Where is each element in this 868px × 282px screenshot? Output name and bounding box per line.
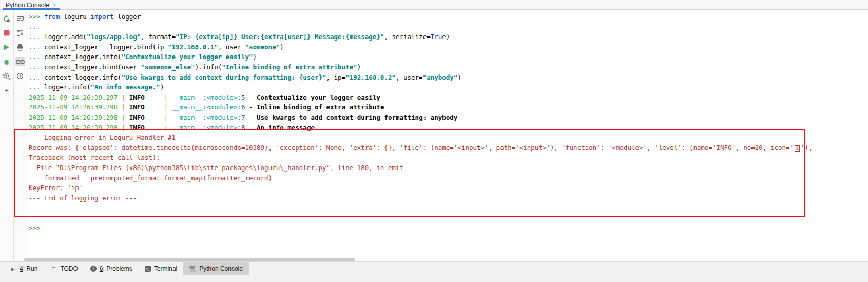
horizontal-scrollbar[interactable]	[24, 258, 355, 261]
console-line: 2025-11-09 14:26:39.298 | INFO | __main_…	[29, 102, 868, 112]
python-icon	[189, 266, 196, 272]
tool-window-button-problems[interactable]: !6: Problems	[84, 262, 139, 275]
tool-window-button-terminal[interactable]: >_Terminal	[139, 262, 183, 275]
console-line: --- End of logging error ---	[29, 193, 868, 203]
tool-window-button-python-console[interactable]: Python Console	[183, 262, 249, 275]
add-icon[interactable]: +	[2, 86, 12, 95]
console-line: ... logger.info("An info message.")	[29, 82, 868, 92]
console-line	[29, 213, 868, 223]
todo-icon: ≡	[50, 265, 57, 272]
tool-window-button-todo[interactable]: ≡TODO	[44, 262, 84, 275]
run-icon[interactable]	[2, 43, 12, 52]
pycharm-python-console-window: Python Console ×	[0, 0, 868, 282]
traceback-file-link[interactable]: D:\Program Files (x86)\python385\lib\sit…	[60, 164, 326, 172]
tab-python-console[interactable]: Python Console ×	[0, 0, 61, 10]
tool-window-buttons: ▶4: Run≡TODO!6: Problems>_TerminalPython…	[0, 262, 868, 275]
settings-icon[interactable]	[2, 71, 12, 81]
close-icon[interactable]: ×	[53, 2, 56, 9]
tab-label: Python Console	[6, 2, 49, 9]
tool-window-button-label: 6: Problems	[100, 265, 132, 272]
toolbar-column-2	[14, 10, 28, 261]
toolbar-column-1: +	[0, 10, 14, 261]
tool-window-button-run[interactable]: ▶4: Run	[3, 262, 44, 275]
console-line: ... context_logger = logger.bind(ip="192…	[29, 42, 868, 52]
console-line: File "D:\Program Files (x86)\python385\l…	[29, 163, 868, 173]
console-line: KeyError: 'ip'	[29, 183, 868, 193]
console-line: Traceback (most recent call last):	[29, 153, 868, 163]
tool-window-button-label: 4: Run	[20, 265, 37, 272]
console-line: 2025-11-09 14:26:39.298 | INFO | __main_…	[29, 123, 868, 133]
tool-window-button-label: Python Console	[199, 265, 243, 272]
tool-window-button-label: TODO	[60, 265, 78, 272]
info-level-icon: i	[795, 145, 800, 152]
console-line: ... context_logger.info("Use kwargs to a…	[29, 72, 868, 83]
stop-icon[interactable]	[2, 28, 12, 37]
console-toolbar: +	[0, 10, 27, 261]
console-output[interactable]: >>> from loguru import logger...... logg…	[27, 10, 868, 261]
rerun-icon[interactable]	[2, 14, 12, 23]
console-line: ... logger.add("logs/app.log", format="I…	[29, 32, 868, 42]
soft-wrap-icon[interactable]	[15, 14, 25, 23]
console-line: >>> from loguru import logger	[29, 12, 868, 22]
console-line: Record was: {'elapsed': datetime.timedel…	[29, 143, 868, 153]
console-line: ... context_logger.info("Contextualize y…	[29, 52, 868, 62]
scroll-to-end-icon[interactable]	[15, 28, 25, 37]
tool-window-bar: ▶4: Run≡TODO!6: Problems>_TerminalPython…	[0, 261, 868, 282]
print-icon[interactable]	[15, 43, 25, 52]
console-line: 2025-11-09 14:26:39.298 | INFO | __main_…	[29, 112, 868, 123]
problems-icon: !	[90, 266, 97, 272]
terminal-icon: >_	[145, 266, 151, 272]
console-line: >>>	[29, 223, 868, 233]
console-line: --- Logging error in Loguru Handler #1 -…	[29, 133, 868, 143]
console-line: ...	[29, 22, 868, 32]
console-line: formatted = precomputed_format.format_ma…	[29, 173, 868, 183]
console-line: 2025-11-09 14:26:39.297 | INFO | __main_…	[29, 92, 868, 103]
run-icon: ▶	[9, 265, 16, 272]
show-variables-icon[interactable]	[15, 57, 25, 66]
debug-icon[interactable]	[2, 57, 12, 66]
console-line	[29, 203, 868, 213]
console-tab-bar: Python Console ×	[0, 0, 868, 10]
tool-window-button-label: Terminal	[154, 265, 177, 272]
console-line: ... context_logger.bind(user="someone_el…	[29, 62, 868, 72]
history-icon[interactable]	[15, 71, 25, 81]
